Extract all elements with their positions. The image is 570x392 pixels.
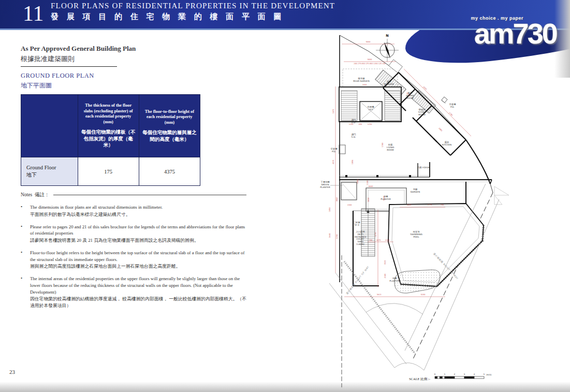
- plan-dimension: 8440: [369, 185, 373, 187]
- scale-tick: 5: [484, 373, 485, 375]
- floor-name-zh: 地下: [26, 171, 78, 179]
- table-header-height-zh: 每個住宅物業的層與層之間的高度（毫米）: [142, 129, 197, 143]
- plan-dimension: 5200: [421, 294, 426, 296]
- table-header-thickness-en: The thickness of the floor slabs (exclud…: [81, 103, 136, 125]
- plan-dimension: 1875: [376, 239, 381, 241]
- floor-name-en: Ground Floor: [26, 165, 78, 170]
- plan-room-label: 儲物房STOREROOM: [418, 108, 426, 116]
- am730-logo: my choice . my paper am730: [471, 16, 557, 47]
- plan-dimension: 2180: [384, 274, 386, 279]
- plan-room-label: 三號梯ST-3: [354, 221, 361, 226]
- plan-room-label: 下層花槽GREENPLANTER: [320, 181, 330, 188]
- ground-floor-plan-drawing: N: [317, 28, 524, 388]
- note-item: •Please refer to pages 20 and 21 of this…: [21, 224, 246, 244]
- scale-tick: 3: [464, 373, 465, 375]
- bottom-planter: [394, 270, 440, 293]
- approved-plan-heading: As Per Approved General Building Plan 根據…: [21, 45, 136, 64]
- scale-unit: (M/米): [486, 374, 492, 376]
- plan-dimension: 1950: [329, 208, 331, 212]
- plan-dimension: 2200: [385, 239, 390, 241]
- table-header-height-en: The floor-to-floor height of each reside…: [142, 109, 197, 126]
- page-edge-shadow: [554, 0, 570, 78]
- plan-dimension: 1250: [368, 123, 372, 125]
- plan-dimension: 1800: [362, 84, 367, 86]
- notes-rule: [53, 195, 246, 195]
- plan-dimension: 7015: [384, 260, 386, 265]
- living-room-walls: [339, 122, 430, 178]
- plan-title: GROUND FLOOR PLAN 地下平面圖: [21, 72, 94, 90]
- height-value: 4375: [139, 157, 200, 186]
- plan-dimension: 1780: [382, 143, 384, 148]
- table-header-height: The floor-to-floor height of each reside…: [139, 95, 200, 157]
- plan-dimension: 5000: [366, 41, 371, 43]
- plan-room-label: 管道槽P.D.: [449, 103, 457, 108]
- note-item: •The dimensions in floor plans are all s…: [21, 204, 246, 218]
- plan-dimension: 4775: [375, 233, 377, 237]
- floor-spec-table: The thickness of the floor slabs (exclud…: [21, 94, 200, 186]
- plan-dimension: 1100: [367, 181, 369, 185]
- plan-dimension: 850: [359, 123, 362, 125]
- table-row: Ground Floor 地下 175 4375: [21, 157, 200, 186]
- scale-tick: 2: [454, 373, 456, 375]
- plan-dimension: 700: [369, 239, 372, 241]
- plan-room-label: 管道槽P.D.: [331, 148, 338, 153]
- plan-room-label: 通行權範圍 RIGHT OF WAY: [345, 265, 370, 295]
- pd-duct: [442, 97, 447, 103]
- header-title-en: FLOOR PLANS OF RESIDENTIAL PROPERTIES IN…: [51, 2, 335, 10]
- plan-dimension: 3587: [336, 197, 338, 202]
- scale-tick: 4: [474, 373, 475, 375]
- heading-rule: [21, 66, 117, 67]
- north-label: N: [386, 34, 388, 38]
- page-number: 23: [9, 369, 15, 375]
- thickness-value: 175: [78, 157, 139, 186]
- plan-dimension: 1950: [357, 180, 359, 184]
- plan-dimension: 5000: [368, 59, 372, 61]
- plan-room-label: 門廊 FOYER: [417, 166, 430, 169]
- plan-dimension: 1956: [352, 160, 354, 165]
- header-title-zh: 發 展 項 目 的 住 宅 物 業 的 樓 面 平 面 圖: [51, 12, 335, 22]
- scale-tick: 1: [444, 373, 446, 375]
- north-arrow: N: [376, 34, 399, 62]
- plan-dimension: 1775: [428, 204, 432, 206]
- section-number: 11: [23, 0, 43, 27]
- scale-bar: SCALE 比例 :- 012345 (M/米): [409, 373, 492, 381]
- plan-dimension: 3030: [368, 198, 370, 202]
- header-titles: FLOOR PLANS OF RESIDENTIAL PROPERTIES IN…: [51, 2, 335, 22]
- note-item: •The internal areas of the residential p…: [21, 275, 246, 309]
- stair-lift-block: [339, 87, 401, 122]
- plan-dimension: 3813: [377, 294, 382, 296]
- logo-name: am730: [471, 21, 557, 47]
- plan-dimension: 4575: [332, 160, 334, 165]
- plan-room-label: 花園GARDEN: [411, 188, 420, 193]
- plan-dimension: 200 275 850 175 850 1150 125 200: [354, 63, 385, 65]
- plan-room-label: 後花園REAR GARDEN: [353, 77, 369, 82]
- plan-title-zh: 地下平面圖: [21, 81, 94, 90]
- plan-dimension: 1425: [407, 204, 412, 206]
- plan-title-en: GROUND FLOOR PLAN: [21, 72, 94, 80]
- plan-room-label: 客廳LIVINGROOM: [387, 143, 394, 151]
- table-header-thickness: The thickness of the floor slabs (exclud…: [78, 95, 139, 157]
- plan-dimension: 1075: [332, 109, 334, 114]
- approved-plan-zh: 根據批准建築圖則: [21, 54, 136, 64]
- plan-dimension: 3448: [329, 234, 331, 238]
- notes-label: Notes 備註：: [21, 192, 49, 198]
- notes-list: •The dimensions in floor plans are all s…: [21, 204, 246, 309]
- notes-section: Notes 備註： •The dimensions in floor plans…: [21, 192, 246, 309]
- staircase: [341, 91, 357, 121]
- scale-tick: 0: [434, 373, 436, 375]
- notes-heading: Notes 備註：: [21, 192, 246, 198]
- scale-label: SCALE 比例 :-: [409, 377, 430, 381]
- approved-plan-en: As Per Approved General Building Plan: [21, 45, 136, 53]
- plan-room-label: 趟門S.D.: [352, 119, 356, 124]
- plan-room-label: 趟門S.D.: [352, 133, 356, 138]
- brochure-page: 11 FLOOR PLANS OF RESIDENTIAL PROPERTIES…: [0, 0, 570, 392]
- table-header-blank: [21, 95, 78, 157]
- staircase: [385, 91, 400, 121]
- table-header-thickness-zh: 每個住宅物業的樓板（不包括灰泥）的厚度（毫米）: [81, 129, 136, 149]
- plan-dimension: 3985: [438, 127, 443, 132]
- plan-room-label: 廚房KITCHEN: [442, 141, 452, 146]
- plan-dimension: 204: [441, 204, 444, 206]
- garden-terrace: [339, 180, 492, 184]
- plan-dimension: 1150: [336, 235, 338, 239]
- plan-room-label: 花槽PLANTER: [381, 195, 391, 200]
